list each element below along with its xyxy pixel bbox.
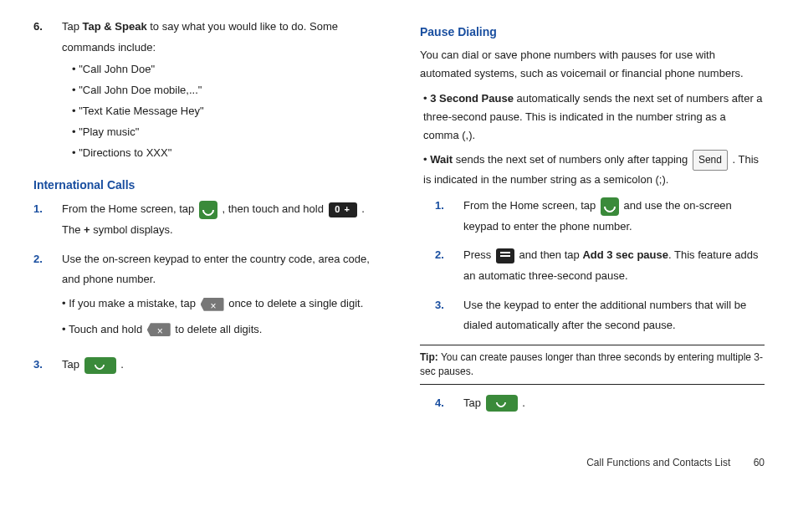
phone-icon [199, 201, 217, 219]
right-column: Pause Dialing You can dial or save phone… [420, 17, 765, 422]
sub-bullet: If you make a mistake, tap once to delet… [62, 294, 378, 315]
delete-icon [147, 323, 171, 336]
pause-step-1: 1. From the Home screen, tap and use the… [435, 196, 765, 237]
step-number: 3. [435, 295, 463, 336]
text: . [120, 358, 124, 371]
step-number: 6. [33, 17, 62, 168]
command-item: "Text Katie Message Hey" [72, 103, 378, 120]
add-3-sec-pause-label: Add 3 sec pause [582, 248, 668, 261]
text: From the Home screen, tap [463, 199, 599, 212]
pause-dialing-heading: Pause Dialing [420, 23, 765, 41]
intl-step-3: 3. Tap . [33, 355, 378, 376]
tip-label: Tip: [420, 351, 438, 363]
call-button-icon [486, 395, 518, 412]
step-number: 4. [435, 393, 463, 414]
plus-symbol: + [84, 223, 90, 236]
text: , then touch and hold [222, 202, 326, 215]
tip-text: You can create pauses longer than three … [420, 351, 763, 377]
text: symbol displays. [90, 223, 173, 236]
step-number: 1. [33, 199, 62, 240]
text: sends the next set of numbers only after… [453, 153, 691, 166]
phone-icon [601, 197, 619, 216]
pause-step-4: 4. Tap . [435, 393, 765, 414]
bold-label: Wait [430, 153, 453, 166]
bold-label: 3 Second Pause [430, 92, 514, 105]
tip-box: Tip: You can create pauses longer than t… [420, 345, 765, 385]
left-column: 6. Tap Tap & Speak to say what you would… [33, 17, 378, 422]
command-item: "Call John Doe mobile,..." [72, 82, 378, 100]
step-number: 2. [435, 245, 463, 286]
zero-plus-key-icon: 0 + [329, 202, 357, 217]
step-number: 2. [33, 249, 62, 347]
text: to delete all digits. [175, 323, 262, 335]
text: . [522, 396, 525, 409]
text: Tap [463, 396, 484, 409]
intl-step-2: 2. Use the on-screen keypad to enter the… [33, 249, 378, 347]
send-button-icon: Send [693, 150, 728, 170]
delete-icon [201, 298, 224, 311]
command-item: "Call John Doe" [72, 61, 378, 79]
text: once to delete a single digit. [228, 297, 363, 309]
page-number: 60 [754, 457, 765, 468]
pause-intro: You can dial or save phone numbers with … [420, 46, 765, 83]
text: Use the keypad to enter the additional n… [463, 299, 746, 332]
command-item: "Directions to XXX" [72, 145, 378, 162]
pause-step-2: 2. Press and then tap Add 3 sec pause. T… [435, 245, 765, 286]
wait-bullet: Wait sends the next set of numbers only … [423, 150, 765, 188]
text: From the Home screen, tap [62, 202, 197, 215]
step-6: 6. Tap Tap & Speak to say what you would… [33, 17, 378, 168]
step-text-pre: Tap [62, 20, 83, 33]
page-footer: Call Functions and Contacts List 60 [33, 455, 765, 470]
text: Touch and hold [69, 323, 146, 335]
intl-step-1: 1. From the Home screen, tap , then touc… [33, 199, 378, 240]
sub-bullet: Touch and hold to delete all digits. [62, 320, 378, 340]
footer-section-title: Call Functions and Contacts List [586, 457, 730, 468]
text: Press [463, 248, 494, 261]
step-number: 1. [435, 196, 463, 237]
text: and then tap [519, 248, 582, 261]
call-button-icon [84, 357, 116, 374]
menu-icon [496, 248, 514, 263]
voice-commands-list: "Call John Doe" "Call John Doe mobile,..… [62, 61, 378, 161]
text: If you make a mistake, tap [69, 297, 198, 309]
text: Tap [62, 358, 83, 371]
international-calls-heading: International Calls [33, 176, 378, 194]
tap-and-speak-label: Tap & Speak [83, 20, 147, 33]
pause-step-3: 3. Use the keypad to enter the additiona… [435, 295, 765, 336]
command-item: "Play music" [72, 124, 378, 141]
text: Use the on-screen keypad to enter the co… [62, 253, 370, 286]
three-second-pause-bullet: 3 Second Pause automatically sends the n… [423, 90, 765, 145]
step-number: 3. [33, 355, 62, 376]
